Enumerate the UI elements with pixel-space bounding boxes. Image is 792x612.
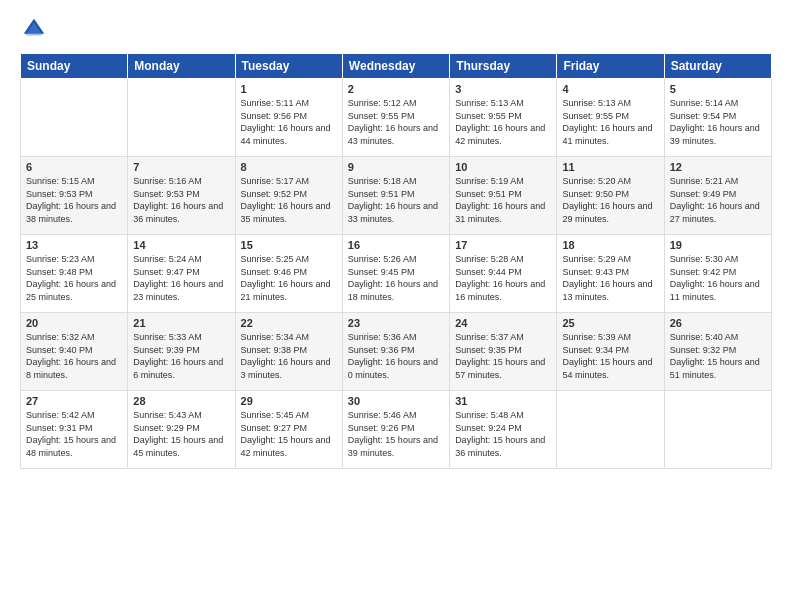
cell-info: Sunrise: 5:20 AM Sunset: 9:50 PM Dayligh… — [562, 175, 658, 225]
day-number: 22 — [241, 317, 337, 329]
calendar-cell: 29Sunrise: 5:45 AM Sunset: 9:27 PM Dayli… — [235, 391, 342, 469]
header-row: SundayMondayTuesdayWednesdayThursdayFrid… — [21, 54, 772, 79]
calendar-cell: 21Sunrise: 5:33 AM Sunset: 9:39 PM Dayli… — [128, 313, 235, 391]
day-number: 15 — [241, 239, 337, 251]
day-number: 2 — [348, 83, 444, 95]
day-number: 12 — [670, 161, 766, 173]
day-number: 28 — [133, 395, 229, 407]
day-number: 6 — [26, 161, 122, 173]
day-number: 1 — [241, 83, 337, 95]
header-day-friday: Friday — [557, 54, 664, 79]
calendar-cell: 6Sunrise: 5:15 AM Sunset: 9:53 PM Daylig… — [21, 157, 128, 235]
header-day-monday: Monday — [128, 54, 235, 79]
day-number: 31 — [455, 395, 551, 407]
week-row-1: 1Sunrise: 5:11 AM Sunset: 9:56 PM Daylig… — [21, 79, 772, 157]
day-number: 17 — [455, 239, 551, 251]
cell-info: Sunrise: 5:42 AM Sunset: 9:31 PM Dayligh… — [26, 409, 122, 459]
calendar-cell: 18Sunrise: 5:29 AM Sunset: 9:43 PM Dayli… — [557, 235, 664, 313]
calendar-cell: 14Sunrise: 5:24 AM Sunset: 9:47 PM Dayli… — [128, 235, 235, 313]
cell-info: Sunrise: 5:45 AM Sunset: 9:27 PM Dayligh… — [241, 409, 337, 459]
cell-info: Sunrise: 5:26 AM Sunset: 9:45 PM Dayligh… — [348, 253, 444, 303]
day-number: 8 — [241, 161, 337, 173]
calendar-cell: 17Sunrise: 5:28 AM Sunset: 9:44 PM Dayli… — [450, 235, 557, 313]
week-row-5: 27Sunrise: 5:42 AM Sunset: 9:31 PM Dayli… — [21, 391, 772, 469]
header-day-wednesday: Wednesday — [342, 54, 449, 79]
cell-info: Sunrise: 5:25 AM Sunset: 9:46 PM Dayligh… — [241, 253, 337, 303]
header-day-sunday: Sunday — [21, 54, 128, 79]
calendar-cell: 3Sunrise: 5:13 AM Sunset: 9:55 PM Daylig… — [450, 79, 557, 157]
cell-info: Sunrise: 5:19 AM Sunset: 9:51 PM Dayligh… — [455, 175, 551, 225]
week-row-3: 13Sunrise: 5:23 AM Sunset: 9:48 PM Dayli… — [21, 235, 772, 313]
calendar-cell — [664, 391, 771, 469]
day-number: 14 — [133, 239, 229, 251]
day-number: 10 — [455, 161, 551, 173]
calendar-cell: 27Sunrise: 5:42 AM Sunset: 9:31 PM Dayli… — [21, 391, 128, 469]
calendar-cell: 5Sunrise: 5:14 AM Sunset: 9:54 PM Daylig… — [664, 79, 771, 157]
logo-icon — [20, 15, 48, 43]
calendar-cell — [557, 391, 664, 469]
cell-info: Sunrise: 5:18 AM Sunset: 9:51 PM Dayligh… — [348, 175, 444, 225]
header-day-saturday: Saturday — [664, 54, 771, 79]
calendar-cell: 30Sunrise: 5:46 AM Sunset: 9:26 PM Dayli… — [342, 391, 449, 469]
calendar-cell: 16Sunrise: 5:26 AM Sunset: 9:45 PM Dayli… — [342, 235, 449, 313]
cell-info: Sunrise: 5:43 AM Sunset: 9:29 PM Dayligh… — [133, 409, 229, 459]
day-number: 25 — [562, 317, 658, 329]
cell-info: Sunrise: 5:15 AM Sunset: 9:53 PM Dayligh… — [26, 175, 122, 225]
day-number: 30 — [348, 395, 444, 407]
calendar-cell: 8Sunrise: 5:17 AM Sunset: 9:52 PM Daylig… — [235, 157, 342, 235]
day-number: 5 — [670, 83, 766, 95]
cell-info: Sunrise: 5:34 AM Sunset: 9:38 PM Dayligh… — [241, 331, 337, 381]
day-number: 21 — [133, 317, 229, 329]
cell-info: Sunrise: 5:17 AM Sunset: 9:52 PM Dayligh… — [241, 175, 337, 225]
cell-info: Sunrise: 5:33 AM Sunset: 9:39 PM Dayligh… — [133, 331, 229, 381]
calendar-cell: 9Sunrise: 5:18 AM Sunset: 9:51 PM Daylig… — [342, 157, 449, 235]
day-number: 20 — [26, 317, 122, 329]
header-day-thursday: Thursday — [450, 54, 557, 79]
day-number: 4 — [562, 83, 658, 95]
cell-info: Sunrise: 5:23 AM Sunset: 9:48 PM Dayligh… — [26, 253, 122, 303]
cell-info: Sunrise: 5:29 AM Sunset: 9:43 PM Dayligh… — [562, 253, 658, 303]
cell-info: Sunrise: 5:21 AM Sunset: 9:49 PM Dayligh… — [670, 175, 766, 225]
calendar-cell: 7Sunrise: 5:16 AM Sunset: 9:53 PM Daylig… — [128, 157, 235, 235]
day-number: 3 — [455, 83, 551, 95]
cell-info: Sunrise: 5:37 AM Sunset: 9:35 PM Dayligh… — [455, 331, 551, 381]
week-row-4: 20Sunrise: 5:32 AM Sunset: 9:40 PM Dayli… — [21, 313, 772, 391]
calendar-cell: 19Sunrise: 5:30 AM Sunset: 9:42 PM Dayli… — [664, 235, 771, 313]
calendar-cell: 11Sunrise: 5:20 AM Sunset: 9:50 PM Dayli… — [557, 157, 664, 235]
calendar-cell: 25Sunrise: 5:39 AM Sunset: 9:34 PM Dayli… — [557, 313, 664, 391]
calendar-cell: 20Sunrise: 5:32 AM Sunset: 9:40 PM Dayli… — [21, 313, 128, 391]
calendar-cell — [21, 79, 128, 157]
calendar-cell: 4Sunrise: 5:13 AM Sunset: 9:55 PM Daylig… — [557, 79, 664, 157]
cell-info: Sunrise: 5:24 AM Sunset: 9:47 PM Dayligh… — [133, 253, 229, 303]
calendar-cell: 23Sunrise: 5:36 AM Sunset: 9:36 PM Dayli… — [342, 313, 449, 391]
cell-info: Sunrise: 5:12 AM Sunset: 9:55 PM Dayligh… — [348, 97, 444, 147]
calendar-cell: 1Sunrise: 5:11 AM Sunset: 9:56 PM Daylig… — [235, 79, 342, 157]
cell-info: Sunrise: 5:36 AM Sunset: 9:36 PM Dayligh… — [348, 331, 444, 381]
cell-info: Sunrise: 5:16 AM Sunset: 9:53 PM Dayligh… — [133, 175, 229, 225]
day-number: 23 — [348, 317, 444, 329]
cell-info: Sunrise: 5:14 AM Sunset: 9:54 PM Dayligh… — [670, 97, 766, 147]
day-number: 18 — [562, 239, 658, 251]
calendar-cell: 15Sunrise: 5:25 AM Sunset: 9:46 PM Dayli… — [235, 235, 342, 313]
calendar-table: SundayMondayTuesdayWednesdayThursdayFrid… — [20, 53, 772, 469]
cell-info: Sunrise: 5:40 AM Sunset: 9:32 PM Dayligh… — [670, 331, 766, 381]
calendar-cell — [128, 79, 235, 157]
day-number: 29 — [241, 395, 337, 407]
day-number: 7 — [133, 161, 229, 173]
cell-info: Sunrise: 5:30 AM Sunset: 9:42 PM Dayligh… — [670, 253, 766, 303]
header-day-tuesday: Tuesday — [235, 54, 342, 79]
cell-info: Sunrise: 5:28 AM Sunset: 9:44 PM Dayligh… — [455, 253, 551, 303]
calendar-cell: 10Sunrise: 5:19 AM Sunset: 9:51 PM Dayli… — [450, 157, 557, 235]
logo — [20, 15, 52, 43]
header — [20, 15, 772, 43]
cell-info: Sunrise: 5:32 AM Sunset: 9:40 PM Dayligh… — [26, 331, 122, 381]
week-row-2: 6Sunrise: 5:15 AM Sunset: 9:53 PM Daylig… — [21, 157, 772, 235]
calendar-cell: 22Sunrise: 5:34 AM Sunset: 9:38 PM Dayli… — [235, 313, 342, 391]
cell-info: Sunrise: 5:39 AM Sunset: 9:34 PM Dayligh… — [562, 331, 658, 381]
day-number: 11 — [562, 161, 658, 173]
cell-info: Sunrise: 5:13 AM Sunset: 9:55 PM Dayligh… — [562, 97, 658, 147]
day-number: 26 — [670, 317, 766, 329]
calendar-cell: 2Sunrise: 5:12 AM Sunset: 9:55 PM Daylig… — [342, 79, 449, 157]
page: SundayMondayTuesdayWednesdayThursdayFrid… — [0, 0, 792, 612]
calendar-cell: 24Sunrise: 5:37 AM Sunset: 9:35 PM Dayli… — [450, 313, 557, 391]
